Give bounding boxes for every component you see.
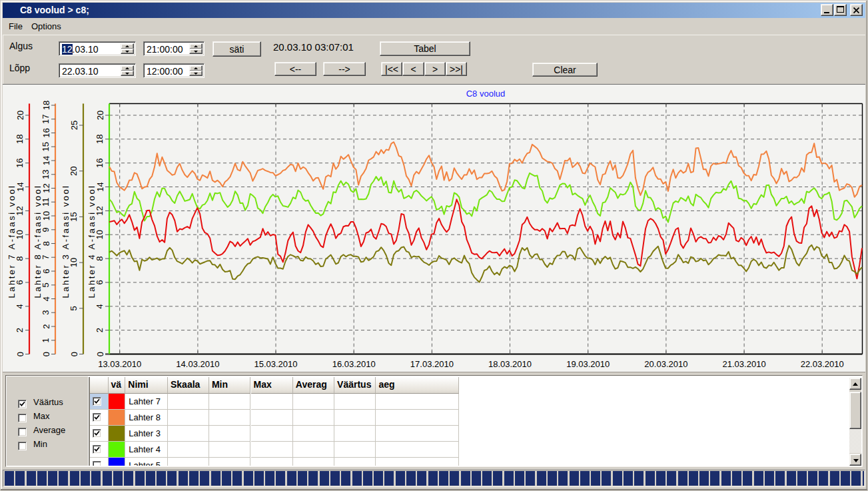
svg-text:13: 13: [41, 170, 51, 179]
svg-text:20.03.2010: 20.03.2010: [644, 359, 687, 369]
svg-text:13.03.2010: 13.03.2010: [98, 359, 141, 369]
svg-text:5: 5: [41, 282, 51, 287]
svg-text:6: 6: [95, 280, 105, 284]
svg-text:2: 2: [41, 324, 51, 328]
svg-text:6: 6: [41, 268, 51, 273]
svg-text:Lahter 7 A-faasi vool: Lahter 7 A-faasi vool: [7, 184, 17, 298]
svg-text:0: 0: [69, 352, 79, 356]
svg-text:20: 20: [15, 111, 25, 120]
svg-text:12: 12: [41, 183, 51, 193]
svg-text:18: 18: [41, 101, 51, 110]
svg-text:21.03.2010: 21.03.2010: [723, 359, 766, 369]
svg-text:14.03.2010: 14.03.2010: [176, 359, 219, 369]
svg-text:10: 10: [15, 230, 25, 239]
svg-text:1: 1: [41, 338, 51, 342]
svg-text:10: 10: [95, 230, 105, 239]
svg-text:11: 11: [41, 197, 51, 207]
svg-text:12: 12: [95, 206, 105, 215]
svg-text:8: 8: [41, 241, 51, 246]
svg-text:18.03.2010: 18.03.2010: [488, 359, 532, 369]
svg-text:22.03.2010: 22.03.2010: [801, 359, 844, 369]
svg-text:16: 16: [41, 128, 51, 137]
svg-text:14: 14: [95, 182, 105, 191]
svg-text:16: 16: [15, 158, 25, 167]
svg-text:0: 0: [41, 352, 51, 356]
svg-text:10: 10: [69, 258, 79, 267]
svg-text:20: 20: [95, 111, 105, 120]
svg-text:2: 2: [95, 328, 105, 332]
svg-text:9: 9: [41, 227, 51, 232]
svg-text:16: 16: [95, 158, 105, 167]
svg-text:15.03.2010: 15.03.2010: [254, 359, 297, 369]
svg-text:7: 7: [41, 255, 51, 260]
svg-text:0: 0: [15, 352, 25, 356]
svg-text:10: 10: [41, 211, 51, 221]
svg-text:Lahter 4 A-faasi vool: Lahter 4 A-faasi vool: [87, 184, 97, 298]
svg-text:25: 25: [69, 121, 79, 130]
svg-text:12: 12: [15, 206, 25, 215]
svg-text:15: 15: [69, 212, 79, 221]
svg-text:14: 14: [15, 182, 25, 191]
svg-text:C8 voolud: C8 voolud: [466, 89, 506, 99]
svg-text:5: 5: [69, 306, 79, 310]
svg-text:15: 15: [41, 142, 51, 151]
svg-text:Lahter 3 A-faasi vool: Lahter 3 A-faasi vool: [61, 184, 71, 298]
svg-text:4: 4: [95, 304, 105, 308]
svg-text:0: 0: [95, 352, 105, 356]
svg-text:16.03.2010: 16.03.2010: [332, 359, 376, 369]
svg-text:Lahter 8 A-faasi vool: Lahter 8 A-faasi vool: [33, 184, 43, 298]
svg-text:19.03.2010: 19.03.2010: [566, 359, 610, 369]
svg-text:17: 17: [41, 115, 51, 124]
svg-text:18: 18: [15, 135, 25, 144]
svg-text:3: 3: [41, 310, 51, 315]
svg-text:18: 18: [95, 135, 105, 144]
svg-text:8: 8: [95, 256, 105, 260]
svg-text:14: 14: [41, 156, 51, 165]
svg-text:4: 4: [15, 304, 25, 308]
svg-text:2: 2: [15, 328, 25, 332]
svg-text:20: 20: [69, 166, 79, 175]
svg-text:6: 6: [15, 280, 25, 284]
svg-text:17.03.2010: 17.03.2010: [410, 359, 454, 369]
svg-text:8: 8: [15, 256, 25, 260]
svg-text:4: 4: [41, 296, 51, 301]
